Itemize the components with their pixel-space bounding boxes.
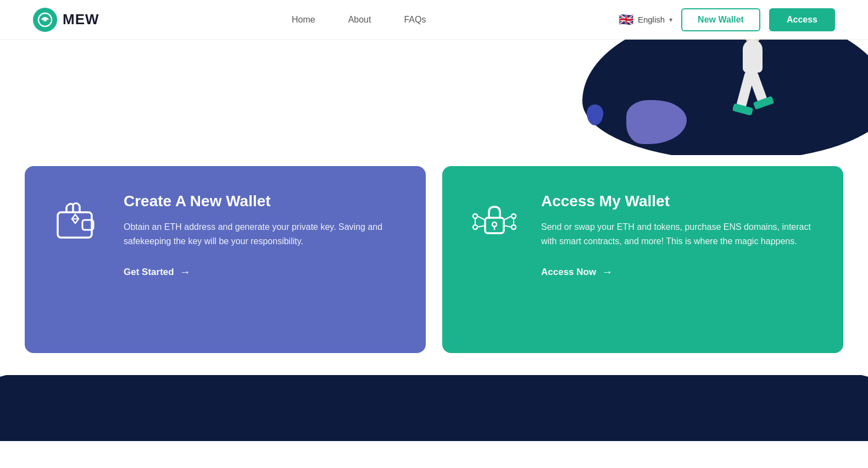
access-wallet-desc: Send or swap your ETH and tokens, purcha… [541,220,816,248]
language-selector[interactable]: 🇬🇧 English ▾ [619,13,672,27]
chevron-down-icon: ▾ [669,16,672,24]
footer-curve-inner [0,375,868,441]
lock-icon [470,197,525,249]
svg-point-19 [511,225,516,229]
hero-illustration [494,40,868,155]
access-wallet-title: Access My Wallet [541,192,816,210]
runner-figure [725,40,780,155]
get-started-link[interactable]: Get Started → [124,266,398,278]
svg-point-14 [473,225,477,229]
svg-point-1 [43,18,47,21]
svg-rect-9 [485,218,504,233]
runner-shoe1 [732,103,753,116]
nav-right: 🇬🇧 English ▾ New Wallet Access [619,8,835,31]
svg-point-17 [511,214,516,218]
arrow-right-icon: → [180,266,191,278]
get-started-label: Get Started [124,267,174,278]
access-wallet-content: Access My Wallet Send or swap your ETH a… [541,192,816,278]
create-wallet-card: Create A New Wallet Obtain an ETH addres… [25,166,426,353]
access-now-label: Access Now [541,267,596,278]
cards-section: Create A New Wallet Obtain an ETH addres… [0,166,868,353]
runner-body [743,40,763,73]
nav-faqs[interactable]: FAQs [404,15,426,24]
svg-point-10 [492,222,497,227]
logo-icon [33,8,57,32]
arrow-right-icon-2: → [602,266,613,278]
svg-line-15 [477,225,485,227]
svg-line-20 [504,225,511,227]
logo-text: MEW [63,11,99,28]
nav-home[interactable]: Home [292,15,315,24]
svg-point-12 [473,214,477,218]
create-wallet-desc: Obtain an ETH address and generate your … [124,220,398,248]
navbar: MEW Home About FAQs 🇬🇧 English ▾ New Wal… [0,0,868,40]
svg-line-18 [504,216,511,220]
nav-links: Home About FAQs [292,15,426,25]
create-wallet-title: Create A New Wallet [124,192,398,210]
svg-line-13 [477,216,485,220]
wallet-icon [52,197,107,249]
flag-icon: 🇬🇧 [619,13,633,27]
create-wallet-content: Create A New Wallet Obtain an ETH addres… [124,192,398,278]
access-wallet-card: Access My Wallet Send or swap your ETH a… [442,166,843,353]
access-button[interactable]: Access [769,8,835,31]
footer-curve [0,375,868,441]
new-wallet-button[interactable]: New Wallet [681,8,760,31]
nav-about[interactable]: About [348,15,371,24]
access-now-link[interactable]: Access Now → [541,266,816,278]
hero-area [0,40,868,155]
language-label: English [638,15,665,24]
logo-link[interactable]: MEW [33,8,99,32]
